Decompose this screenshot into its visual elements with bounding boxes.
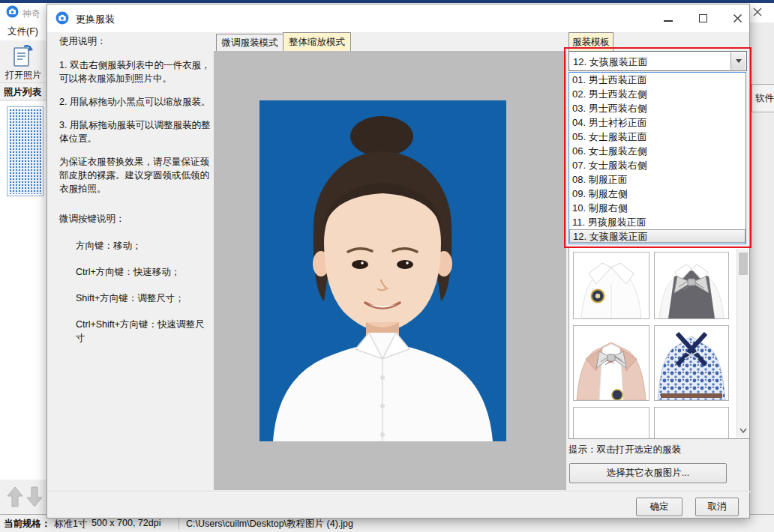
- photo-list-label: 照片列表: [4, 86, 41, 99]
- photo-list-nav: [3, 483, 46, 513]
- instructions-note: 为保证衣服替换效果，请尽量保证颈部皮肤的裸露。建议穿圆领或低领的衣服拍照。: [59, 155, 214, 196]
- cancel-button[interactable]: 取消: [695, 498, 739, 516]
- key-hint: 方向键：移动；: [59, 239, 214, 253]
- photo-canvas: [214, 51, 566, 490]
- key-hint: Ctrl+Shift+方向键：快速调整尺寸: [59, 318, 214, 345]
- clothing-thumbnail-collar-tips[interactable]: [654, 407, 729, 439]
- app-logo-icon: [6, 5, 19, 18]
- keys-heading: 微调按键说明：: [59, 212, 214, 226]
- dialog-logo-icon: [56, 11, 69, 25]
- dialog-titlebar[interactable]: 更换服装: [47, 4, 749, 32]
- choose-other-clothing-button[interactable]: 选择其它衣服图片...: [569, 463, 727, 483]
- dropdown-item[interactable]: 06. 女士服装左侧: [569, 144, 746, 158]
- dropdown-item[interactable]: 08. 制服正面: [569, 172, 746, 187]
- software-partial-button[interactable]: 软件: [752, 84, 774, 112]
- clothing-thumbnail-gray-vest[interactable]: [654, 252, 729, 319]
- minimize-icon[interactable]: [656, 9, 680, 27]
- instructions-panel: 使用说明： 1. 双击右侧服装列表中的一件衣服，可以将衣服添加到照片中。 2. …: [59, 34, 214, 357]
- status-spec-label: 当前规格：: [4, 518, 51, 531]
- grid-scrollbar[interactable]: [736, 249, 748, 438]
- clothing-grid: [568, 247, 750, 439]
- dropdown-item[interactable]: 01. 男士西装正面: [569, 73, 746, 87]
- tip-text: 提示：双击打开选定的服装: [568, 444, 681, 456]
- status-file-path: C:\Users\cuilm\Desktop\教程图片 (4).jpg: [186, 518, 353, 531]
- dialog-title: 更换服装: [76, 13, 115, 26]
- tab-fine-adjust-mode[interactable]: 微调服装模式: [216, 34, 283, 52]
- photo-list-header: 照片列表: [0, 82, 46, 100]
- dropdown-item[interactable]: 11. 男孩服装正面: [569, 215, 746, 229]
- status-divider: [84, 517, 85, 529]
- instruction-item: 1. 双击右侧服装列表中的一件衣服，可以将衣服添加到照片中。: [59, 58, 214, 85]
- status-divider: [178, 517, 179, 529]
- key-hint: Ctrl+方向键：快速移动；: [59, 265, 214, 279]
- main-window-title: 神奇: [22, 7, 40, 20]
- status-spec-value: 标准1寸: [54, 518, 87, 531]
- chevron-down-icon[interactable]: [730, 52, 746, 70]
- dropdown-item[interactable]: 07. 女士服装右侧: [569, 158, 746, 172]
- scrollbar-thumb[interactable]: [739, 253, 748, 275]
- open-photo-icon: [12, 43, 34, 67]
- dropdown-item[interactable]: 02. 男士西装左侧: [569, 87, 746, 101]
- dropdown-item-selected[interactable]: 12. 女孩服装正面: [569, 229, 746, 243]
- tab-clothing-template[interactable]: 服装模板: [568, 32, 614, 52]
- template-combobox[interactable]: 12. 女孩服装正面: [568, 51, 747, 71]
- instruction-item: 3. 用鼠标拖动服装可以调整服装的整体位置。: [59, 118, 214, 145]
- clothing-thumbnail-blank[interactable]: [573, 407, 650, 439]
- scrollbar-down-icon[interactable]: [739, 426, 748, 435]
- dropdown-item[interactable]: 04. 男士衬衫正面: [569, 115, 746, 130]
- change-clothing-dialog: 更换服装 使用说明： 1. 双击右侧服装列表中的一件衣服，可以将衣服添加到照片中…: [46, 4, 750, 519]
- instruction-item: 2. 用鼠标拖动小黑点可以缩放服装。: [59, 95, 214, 109]
- software-partial-label: 软件: [755, 92, 774, 105]
- dropdown-item[interactable]: 09. 制服左侧: [569, 187, 746, 201]
- main-window-close-icon[interactable]: [752, 7, 764, 19]
- scroll-down-icon[interactable]: [26, 484, 44, 510]
- scroll-up-icon[interactable]: [6, 484, 24, 510]
- photo-thumbnail-preview: [9, 109, 41, 194]
- tab-overall-zoom-mode[interactable]: 整体缩放模式: [283, 32, 351, 52]
- clothing-thumbnail-white-shirt[interactable]: [573, 252, 650, 319]
- dropdown-item[interactable]: 03. 男士西装右侧: [569, 101, 746, 115]
- clothing-thumbnail-blue-floral[interactable]: [654, 325, 729, 401]
- open-photo-button[interactable]: 打开照片: [2, 42, 45, 81]
- open-photo-label: 打开照片: [2, 69, 45, 82]
- separator: [47, 491, 751, 492]
- clothing-thumbnail-pink-jacket[interactable]: [573, 325, 650, 401]
- photo-list-panel: [0, 101, 46, 480]
- dropdown-item[interactable]: 10. 制服右侧: [569, 201, 746, 215]
- screen: 神奇 文件(F) 打开照片 照片列表 软件 当前规格： 标准1寸 500 x: [0, 0, 774, 532]
- instructions-heading: 使用说明：: [59, 34, 214, 48]
- template-dropdown-list: 01. 男士西装正面 02. 男士西装左侧 03. 男士西装右侧 04. 男士衬…: [568, 72, 746, 244]
- dropdown-item[interactable]: 05. 女士服装正面: [569, 130, 746, 144]
- menu-file[interactable]: 文件(F): [8, 25, 38, 38]
- photo-list-item[interactable]: [7, 106, 44, 196]
- portrait-photo[interactable]: [260, 100, 506, 441]
- key-hint: Shift+方向键：调整尺寸；: [59, 291, 214, 305]
- close-icon[interactable]: [725, 9, 749, 27]
- maximize-icon[interactable]: [691, 9, 715, 27]
- combobox-value: 12. 女孩服装正面: [573, 55, 648, 69]
- status-image-size: 500 x 700, 72dpi: [92, 518, 160, 528]
- ok-button[interactable]: 确定: [636, 498, 682, 516]
